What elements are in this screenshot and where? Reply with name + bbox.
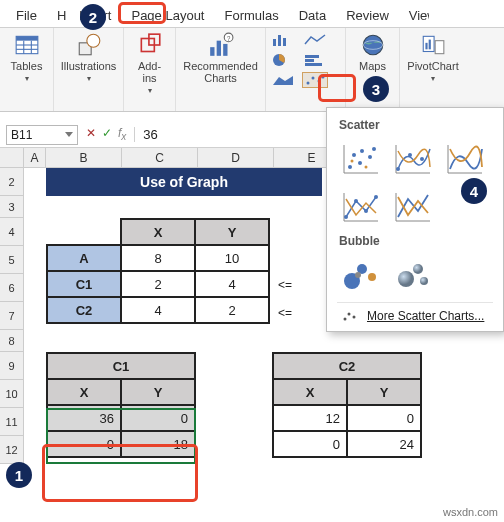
svg-point-7 bbox=[86, 34, 99, 47]
recommended-charts-button[interactable]: ? Recommended Charts bbox=[197, 32, 245, 84]
row-header-5[interactable]: 5 bbox=[0, 246, 24, 274]
callout-3: 3 bbox=[363, 76, 389, 102]
c1-title: C1 bbox=[47, 353, 195, 379]
upper-c2-x: 4 bbox=[121, 297, 195, 323]
pivotchart-icon bbox=[420, 32, 446, 58]
c2-r1-x: 12 bbox=[273, 405, 347, 431]
svg-rect-15 bbox=[273, 39, 276, 46]
svg-point-25 bbox=[318, 80, 321, 83]
name-box[interactable]: B11 bbox=[6, 125, 78, 145]
col-header-b[interactable]: B bbox=[46, 148, 122, 168]
pivotchart-button[interactable]: PivotChart ▾ bbox=[409, 32, 457, 83]
pivotchart-label: PivotChart bbox=[407, 60, 458, 72]
ribbon-tabs: File H Insert Page Layout Formulas Data … bbox=[0, 0, 504, 28]
row-header-8[interactable]: 8 bbox=[0, 330, 24, 352]
upper-row-a-label: A bbox=[47, 245, 121, 271]
lower-left-table: C1 XY 360 018 bbox=[46, 352, 196, 458]
tab-data[interactable]: Data bbox=[289, 3, 336, 27]
svg-rect-17 bbox=[283, 38, 286, 46]
row-header-7[interactable]: 7 bbox=[0, 302, 24, 330]
recommended-label: Recommended Charts bbox=[183, 60, 258, 84]
scatter-markers-option[interactable] bbox=[337, 138, 383, 180]
col-header-c[interactable]: C bbox=[122, 148, 198, 168]
tab-home[interactable]: H bbox=[47, 3, 69, 27]
row-header-12[interactable]: 12 bbox=[0, 436, 24, 464]
tab-pagelayout[interactable]: Page Layout bbox=[121, 3, 214, 27]
col-header-a[interactable]: A bbox=[24, 148, 46, 168]
ribbon: Tables ▾ Illustrations ▾ Add- ins ▾ ? Re… bbox=[0, 28, 504, 112]
chart-line-button[interactable] bbox=[302, 32, 328, 48]
more-scatter-icon bbox=[341, 309, 359, 323]
bubble-3d-option[interactable] bbox=[389, 254, 435, 296]
scatter-straight-lines-option[interactable] bbox=[389, 186, 435, 228]
svg-point-61 bbox=[355, 272, 361, 278]
svg-point-39 bbox=[368, 155, 372, 159]
c2-col-y: Y bbox=[347, 379, 421, 405]
select-all-triangle[interactable] bbox=[0, 148, 24, 168]
row-header-9[interactable]: 9 bbox=[0, 352, 24, 380]
svg-point-52 bbox=[344, 215, 348, 219]
svg-point-27 bbox=[363, 35, 383, 55]
upper-c2-y: 2 bbox=[195, 297, 269, 323]
row-header-10[interactable]: 10 bbox=[0, 380, 24, 408]
maps-label: Maps bbox=[359, 60, 386, 72]
upper-table: XY A810 C124 C242 bbox=[46, 218, 270, 324]
tab-formulas[interactable]: Formulas bbox=[214, 3, 288, 27]
svg-rect-21 bbox=[305, 63, 322, 66]
row-header-6[interactable]: 6 bbox=[0, 274, 24, 302]
svg-text:?: ? bbox=[226, 35, 230, 42]
cancel-icon[interactable]: ✕ bbox=[86, 126, 96, 142]
tab-review[interactable]: Review bbox=[336, 3, 399, 27]
svg-point-67 bbox=[353, 316, 356, 319]
addins-button[interactable]: Add- ins ▾ bbox=[126, 32, 174, 95]
enter-icon[interactable]: ✓ bbox=[102, 126, 112, 142]
svg-point-41 bbox=[351, 160, 354, 163]
bubble-option[interactable] bbox=[337, 254, 383, 296]
row-header-2[interactable]: 2 bbox=[0, 168, 24, 196]
note-c1: <= bbox=[278, 278, 292, 292]
chart-area-button[interactable] bbox=[270, 72, 296, 88]
illustrations-button[interactable]: Illustrations ▾ bbox=[65, 32, 113, 83]
row-header-4[interactable]: 4 bbox=[0, 218, 24, 246]
scatter-smooth-lines-option[interactable] bbox=[441, 138, 487, 180]
c1-r1-y: 0 bbox=[121, 405, 195, 431]
shapes-icon bbox=[76, 32, 102, 58]
lower-right-table: C2 XY 120 024 bbox=[272, 352, 422, 458]
svg-point-66 bbox=[348, 313, 351, 316]
c2-r2-x: 0 bbox=[273, 431, 347, 457]
svg-rect-16 bbox=[278, 35, 281, 46]
callout-4: 4 bbox=[461, 178, 487, 204]
c1-r2-x: 0 bbox=[47, 431, 121, 457]
tab-view[interactable]: View bbox=[399, 3, 429, 27]
callout-1: 1 bbox=[6, 462, 32, 488]
tables-button[interactable]: Tables ▾ bbox=[3, 32, 51, 83]
svg-rect-31 bbox=[429, 40, 431, 50]
addins-label: Add- ins bbox=[138, 60, 161, 84]
c1-col-y: Y bbox=[121, 379, 195, 405]
upper-row-c2-label: C2 bbox=[47, 297, 121, 323]
svg-point-60 bbox=[368, 273, 376, 281]
c1-r2-y: 18 bbox=[121, 431, 195, 457]
svg-point-42 bbox=[365, 166, 368, 169]
chart-column-button[interactable] bbox=[270, 32, 296, 48]
chart-pie-button[interactable] bbox=[270, 52, 296, 68]
c2-col-x: X bbox=[273, 379, 347, 405]
svg-point-38 bbox=[360, 149, 364, 153]
svg-point-63 bbox=[413, 264, 423, 274]
svg-point-37 bbox=[358, 161, 362, 165]
upper-c1-x: 2 bbox=[121, 271, 195, 297]
fx-icon[interactable]: fx bbox=[118, 126, 126, 142]
row-header-3[interactable]: 3 bbox=[0, 196, 24, 218]
chart-bar-button[interactable] bbox=[302, 52, 328, 68]
chart-scatter-button[interactable] bbox=[302, 72, 328, 88]
scatter-smooth-markers-option[interactable] bbox=[389, 138, 435, 180]
svg-rect-20 bbox=[305, 59, 314, 62]
row-header-11[interactable]: 11 bbox=[0, 408, 24, 436]
illustrations-label: Illustrations bbox=[61, 60, 117, 72]
col-header-d[interactable]: D bbox=[198, 148, 274, 168]
scatter-straight-markers-option[interactable] bbox=[337, 186, 383, 228]
more-scatter-charts[interactable]: More Scatter Charts... bbox=[337, 302, 493, 325]
svg-point-24 bbox=[312, 77, 315, 80]
tab-file[interactable]: File bbox=[6, 3, 47, 27]
svg-point-45 bbox=[396, 167, 400, 171]
